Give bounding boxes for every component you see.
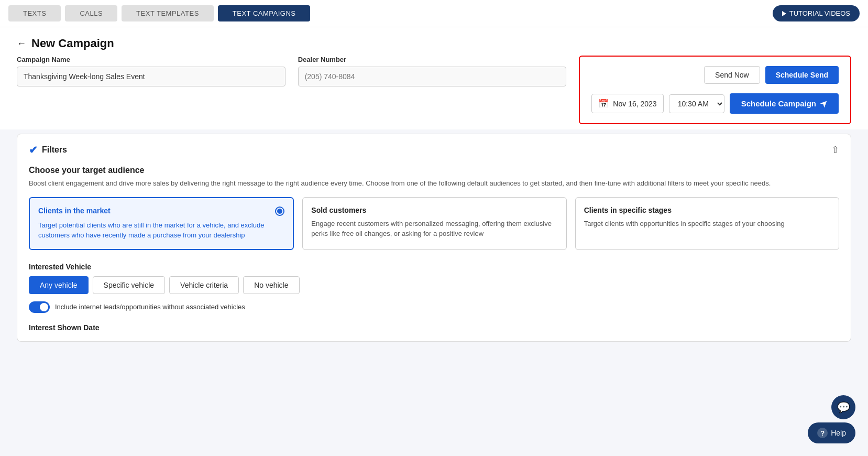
vehicle-btn-specific[interactable]: Specific vehicle xyxy=(93,276,166,294)
campaign-name-label: Campaign Name xyxy=(17,56,285,63)
radio-in-market xyxy=(275,207,284,216)
interested-vehicle-label: Interested Vehicle xyxy=(29,263,839,271)
collapse-chevron-icon[interactable]: ⇧ xyxy=(831,144,839,156)
dealer-number-group: Dealer Number xyxy=(298,56,567,86)
dealer-number-label: Dealer Number xyxy=(298,56,567,63)
main-content: ✔ Filters ⇧ Choose your target audience … xyxy=(0,134,868,359)
tab-text-templates[interactable]: TEXT TEMPLATES xyxy=(122,5,214,21)
time-select[interactable]: 10:30 AM xyxy=(669,94,724,113)
audience-section: Choose your target audience Boost client… xyxy=(29,166,839,332)
campaign-name-input[interactable] xyxy=(17,67,285,86)
audience-card-specific-stages[interactable]: Clients in specific stages Target client… xyxy=(575,197,839,250)
filters-header: ✔ Filters ⇧ xyxy=(29,144,839,156)
audience-cards: Clients in the market Target potential c… xyxy=(29,197,839,250)
top-navigation: TEXTS CALLS TEXT TEMPLATES TEXT CAMPAIGN… xyxy=(0,0,868,27)
filters-title: ✔ Filters xyxy=(29,144,67,156)
card-desc-sold: Engage recent customers with personalize… xyxy=(311,219,557,239)
schedule-bottom-row: 📅 Nov 16, 2023 10:30 AM Schedule Campaig… xyxy=(591,93,839,114)
schedule-top-row: Send Now Schedule Send xyxy=(591,66,839,84)
tab-calls[interactable]: CALLS xyxy=(65,5,117,21)
page-header: ← New Campaign xyxy=(0,27,868,56)
card-desc-specific-stages: Target clients with opportunities in spe… xyxy=(584,219,830,229)
campaign-name-group: Campaign Name xyxy=(17,56,285,86)
card-title-specific-stages: Clients in specific stages xyxy=(584,206,672,214)
schedule-campaign-button[interactable]: Schedule Campaign ➤ xyxy=(730,93,839,114)
send-now-button[interactable]: Send Now xyxy=(704,66,760,84)
card-header-in-market: Clients in the market xyxy=(38,207,284,216)
audience-card-in-market[interactable]: Clients in the market Target potential c… xyxy=(29,197,294,250)
audience-heading: Choose your target audience xyxy=(29,166,839,175)
filter-check-icon: ✔ xyxy=(29,144,38,156)
back-button[interactable]: ← xyxy=(17,38,26,49)
vehicle-btn-any[interactable]: Any vehicle xyxy=(29,276,89,294)
interest-shown-date-label: Interest Shown Date xyxy=(29,323,839,332)
vehicle-buttons: Any vehicle Specific vehicle Vehicle cri… xyxy=(29,276,839,294)
dealer-number-input[interactable] xyxy=(298,67,567,86)
card-header-sold: Sold customers xyxy=(311,206,557,214)
toggle-include-internet-leads[interactable] xyxy=(29,301,50,313)
tutorial-videos-button[interactable]: TUTORIAL VIDEOS xyxy=(773,5,860,21)
card-title-sold: Sold customers xyxy=(311,206,366,214)
schedule-send-button[interactable]: Schedule Send xyxy=(765,66,839,84)
audience-description: Boost client engagement and drive more s… xyxy=(29,178,839,189)
tab-texts[interactable]: TEXTS xyxy=(8,5,61,21)
play-icon xyxy=(782,11,786,16)
tab-text-campaigns[interactable]: TEXT CAMPAIGNS xyxy=(218,5,311,21)
schedule-box: Send Now Schedule Send 📅 Nov 16, 2023 10… xyxy=(579,56,851,124)
filters-label: Filters xyxy=(42,145,67,155)
schedule-campaign-label: Schedule Campaign xyxy=(741,99,816,108)
card-desc-in-market: Target potential clients who are still i… xyxy=(38,220,284,241)
toggle-row: Include internet leads/opportunities wit… xyxy=(29,301,839,313)
filters-section: ✔ Filters ⇧ Choose your target audience … xyxy=(17,134,851,342)
calendar-icon: 📅 xyxy=(598,99,609,108)
toggle-label: Include internet leads/opportunities wit… xyxy=(55,303,245,311)
audience-card-sold[interactable]: Sold customers Engage recent customers w… xyxy=(302,197,566,250)
vehicle-btn-criteria[interactable]: Vehicle criteria xyxy=(169,276,239,294)
send-icon: ➤ xyxy=(818,97,830,110)
page-title: New Campaign xyxy=(31,37,114,50)
date-value: Nov 16, 2023 xyxy=(613,100,656,108)
date-field[interactable]: 📅 Nov 16, 2023 xyxy=(591,94,663,113)
card-header-specific-stages: Clients in specific stages xyxy=(584,206,830,214)
interested-vehicle-section: Interested Vehicle Any vehicle Specific … xyxy=(29,263,839,313)
nav-tabs: TEXTS CALLS TEXT TEMPLATES TEXT CAMPAIGN… xyxy=(8,5,310,21)
vehicle-btn-no-vehicle[interactable]: No vehicle xyxy=(243,276,299,294)
card-title-in-market: Clients in the market xyxy=(38,207,111,215)
